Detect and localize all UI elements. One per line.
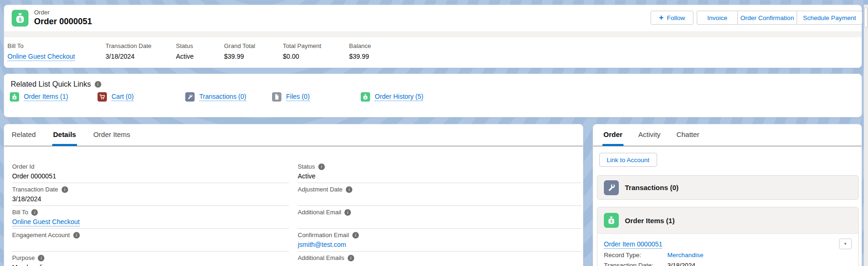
highlight-label: Bill To	[7, 42, 75, 49]
bill-to-link[interactable]: Online Guest Checkout	[7, 53, 75, 61]
order-confirmation-button[interactable]: Order Confirmation	[737, 11, 797, 25]
field-confirmation-email: Confirmation Email jsmith@test.com	[298, 229, 581, 252]
highlight-label: Transaction Date	[105, 42, 152, 49]
info-icon[interactable]	[31, 209, 38, 216]
transactions-icon	[604, 180, 619, 195]
quick-links-title: Related List Quick Links	[11, 80, 101, 89]
order-items-icon: $	[604, 213, 619, 228]
info-icon[interactable]	[38, 255, 44, 261]
header-action-group: Invoice Order Confirmation Schedule Paym…	[697, 11, 862, 25]
files-link[interactable]: Files (0)	[286, 93, 310, 101]
quick-link-order-items: $ Order Items (1)	[10, 92, 68, 102]
quick-link-files: Files (0)	[272, 92, 310, 102]
order-history-link[interactable]: Order History (5)	[375, 93, 423, 101]
chevron-down-icon[interactable]	[839, 239, 852, 249]
info-icon[interactable]	[346, 186, 352, 193]
transaction-date-value: 3/18/2024	[667, 262, 695, 266]
field-bill-to: Bill To Online Guest Checkout	[12, 206, 289, 229]
tab-details[interactable]: Details	[52, 124, 77, 146]
detail-fields: Order Id Order 0000051 Status Active Tra…	[4, 160, 583, 266]
order-record-page: { "colors": { "accent_blue": "#0176d3", …	[0, 0, 868, 266]
highlight-total-payment: Total Payment $0.00	[283, 42, 321, 60]
quick-link-transactions: Transactions (0)	[185, 92, 246, 102]
highlight-bill-to: Bill To Online Guest Checkout	[7, 42, 75, 60]
entity-label: Order	[34, 9, 49, 16]
follow-button[interactable]: Follow	[651, 11, 693, 25]
tab-order-items[interactable]: Order Items	[92, 124, 131, 146]
highlight-value: Active	[176, 53, 194, 60]
order-icon: $	[12, 10, 28, 27]
order-items-icon: $	[10, 92, 19, 102]
field-label: Confirmation Email	[298, 232, 349, 239]
field-additional-email: Additional Email	[298, 206, 581, 229]
quick-link-order-history: $ Order History (5)	[361, 92, 423, 102]
file-icon	[272, 92, 281, 102]
row-label: Record Type:	[604, 252, 667, 259]
info-icon[interactable]	[352, 232, 359, 239]
highlight-value: 3/18/2024	[105, 53, 152, 60]
info-icon[interactable]	[62, 186, 68, 193]
field-label: Engagement Account	[12, 232, 70, 239]
field-status: Status Active	[298, 160, 581, 183]
tab-chatter[interactable]: Chatter	[675, 124, 700, 146]
link-to-account-button[interactable]: Link to Account	[599, 153, 657, 167]
info-icon[interactable]	[344, 209, 351, 216]
field-value: Order 0000051	[12, 172, 289, 180]
order-items-card-title: Order Items (1)	[625, 217, 675, 225]
field-engagement-account: Engagement Account	[12, 229, 289, 252]
confirmation-email-link[interactable]: jsmith@test.com	[298, 241, 346, 248]
quick-link-cart: Cart (0)	[98, 92, 133, 102]
sidebar-tabs: Order Activity Chatter	[593, 124, 861, 146]
quick-links-title-text: Related List Quick Links	[11, 80, 91, 89]
info-icon[interactable]	[348, 255, 354, 261]
field-purpose: Purpose Merchandise	[12, 252, 289, 266]
svg-text:$: $	[19, 17, 21, 22]
highlight-label: Grand Total	[224, 42, 255, 49]
field-label: Additional Email	[298, 209, 341, 216]
highlight-transaction-date: Transaction Date 3/18/2024	[105, 42, 152, 60]
highlight-value: $39.99	[349, 53, 371, 60]
record-detail-card: Related Details Order Items Order Id Ord…	[4, 124, 583, 266]
money-bag-icon: $	[14, 12, 26, 24]
field-label: Bill To	[12, 209, 28, 216]
cart-link[interactable]: Cart (0)	[112, 93, 133, 101]
order-item-row-record-type: Record Type: Merchandise	[604, 252, 858, 259]
highlight-value: $39.99	[224, 53, 255, 60]
invoice-button[interactable]: Invoice	[697, 11, 737, 25]
row-label: Transaction Date:	[604, 262, 667, 266]
bill-to-detail-link[interactable]: Online Guest Checkout	[12, 218, 80, 226]
order-item-link[interactable]: Order Item 0000051	[604, 240, 662, 249]
highlight-grand-total: Grand Total $39.99	[224, 42, 255, 60]
record-tabs: Related Details Order Items	[4, 124, 583, 146]
tab-related[interactable]: Related	[11, 124, 37, 146]
field-label: Transaction Date	[12, 186, 58, 193]
field-label: Order Id	[12, 163, 35, 170]
info-icon[interactable]	[95, 81, 101, 88]
svg-text:$: $	[610, 219, 613, 224]
tab-activity[interactable]: Activity	[637, 124, 662, 146]
page-title: Order 0000051	[34, 17, 92, 27]
order-items-link[interactable]: Order Items (1)	[24, 93, 68, 101]
order-items-card-header[interactable]: $ Order Items (1)	[597, 207, 858, 234]
info-icon[interactable]	[318, 164, 325, 170]
field-label: Adjustment Date	[298, 186, 343, 193]
order-item-tile: Order Item 0000051 Record Type: Merchand…	[597, 234, 858, 266]
cart-icon	[98, 92, 107, 102]
field-label: Status	[298, 163, 315, 170]
field-additional-emails: Additional Emails	[298, 252, 581, 266]
tab-order[interactable]: Order	[602, 124, 623, 146]
scrollbar-thumb[interactable]	[864, 7, 868, 28]
related-list-quick-links-card: Related List Quick Links $ Order Items (…	[4, 74, 862, 117]
order-items-related-card: $ Order Items (1) Order Item 0000051 Rec…	[597, 207, 859, 266]
highlight-label: Total Payment	[283, 42, 321, 49]
highlight-balance: Balance $39.99	[349, 42, 371, 60]
record-type-value: Merchandise	[667, 252, 703, 259]
field-value: Active	[298, 172, 581, 180]
info-icon[interactable]	[73, 232, 80, 239]
transactions-link[interactable]: Transactions (0)	[199, 93, 246, 101]
schedule-payment-button[interactable]: Schedule Payment	[797, 11, 862, 25]
vertical-scrollbar[interactable]	[864, 5, 868, 266]
transactions-card-title: Transactions (0)	[625, 184, 679, 191]
transactions-related-card[interactable]: Transactions (0)	[597, 175, 859, 200]
highlight-label: Status	[176, 42, 194, 49]
